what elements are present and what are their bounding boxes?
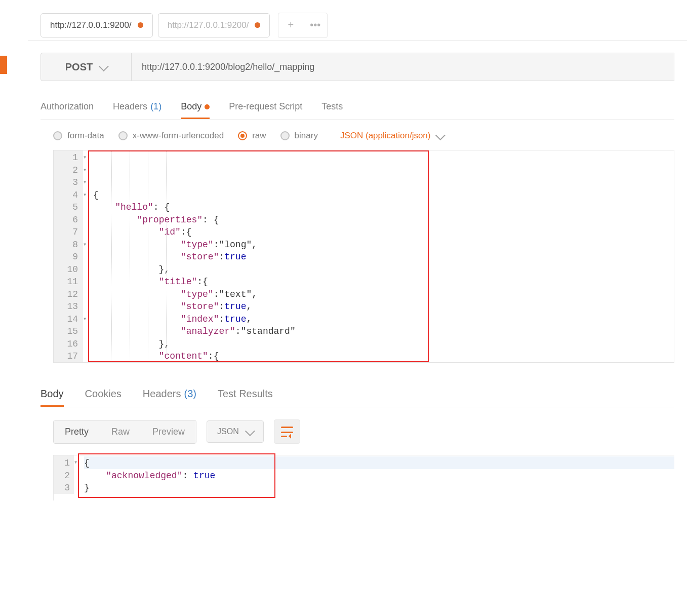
radio-label: binary bbox=[295, 131, 318, 141]
line-gutter: 123 bbox=[54, 455, 74, 494]
tab-request-2[interactable]: http://127.0.0.1:9200/ bbox=[158, 13, 270, 37]
resp-tab-tests[interactable]: Test Results bbox=[218, 388, 273, 407]
wrap-lines-button[interactable] bbox=[274, 419, 300, 444]
http-method-select[interactable]: POST bbox=[41, 53, 132, 81]
view-raw-button[interactable]: Raw bbox=[100, 420, 141, 443]
tab-label: Body bbox=[181, 101, 201, 112]
tab-label: Headers bbox=[143, 388, 181, 400]
view-pretty-button[interactable]: Pretty bbox=[54, 420, 100, 443]
radio-circle-icon bbox=[53, 131, 62, 140]
radio-label: raw bbox=[252, 131, 266, 141]
radio-raw[interactable]: raw bbox=[238, 131, 266, 141]
tab-prerequest[interactable]: Pre-request Script bbox=[229, 101, 302, 119]
tab-headers[interactable]: Headers (1) bbox=[113, 101, 161, 119]
tab-label: Body bbox=[41, 388, 64, 400]
view-mode-group: Pretty Raw Preview bbox=[53, 420, 196, 444]
radio-form-data[interactable]: form-data bbox=[53, 131, 104, 141]
response-format-select[interactable]: JSON bbox=[207, 420, 264, 443]
body-type-radios: form-data x-www-form-urlencoded raw bina… bbox=[53, 131, 674, 141]
tab-authorization[interactable]: Authorization bbox=[41, 101, 94, 119]
radio-label: form-data bbox=[67, 131, 104, 141]
response-controls: Pretty Raw Preview JSON bbox=[53, 419, 674, 444]
unsaved-dot-icon bbox=[255, 22, 260, 28]
tab-request-1[interactable]: http://127.0.0.1:9200/ bbox=[41, 13, 153, 37]
btn-label: Preview bbox=[152, 427, 185, 437]
tab-label: Test Results bbox=[218, 388, 273, 400]
url-input[interactable]: http://127.0.0.1:9200/blog2/hello/_mappi… bbox=[132, 53, 674, 81]
request-url-row: POST http://127.0.0.1:9200/blog2/hello/_… bbox=[41, 53, 674, 81]
request-body-editor[interactable]: 1234567891011121314151617 ▾▾▾▾▾▾ { "hell… bbox=[53, 150, 674, 363]
wrap-icon bbox=[281, 427, 293, 437]
request-subtabs: Authorization Headers (1) Body Pre-reque… bbox=[41, 96, 674, 120]
btn-label: Raw bbox=[111, 427, 130, 437]
tab-label: Authorization bbox=[41, 101, 94, 112]
content-type-select[interactable]: JSON (application/json) bbox=[340, 131, 444, 141]
tab-tests[interactable]: Tests bbox=[321, 101, 343, 119]
code-area[interactable]: { "hello": { "properties": { "id":{ "typ… bbox=[90, 150, 674, 362]
body-filled-dot-icon bbox=[205, 104, 210, 109]
tab-label: Headers bbox=[113, 101, 147, 112]
tab-label: http://127.0.0.1:9200/ bbox=[168, 20, 249, 30]
url-value: http://127.0.0.1:9200/blog2/hello/_mappi… bbox=[142, 62, 314, 72]
sidebar-accent bbox=[0, 56, 7, 74]
radio-circle-icon bbox=[280, 131, 290, 140]
tab-label: Cookies bbox=[85, 388, 122, 400]
resp-tab-headers[interactable]: Headers (3) bbox=[143, 388, 196, 407]
headers-count: (1) bbox=[150, 101, 161, 112]
code-area[interactable]: { "acknowledged": true} bbox=[81, 455, 674, 494]
resp-tab-cookies[interactable]: Cookies bbox=[85, 388, 122, 407]
tab-body[interactable]: Body bbox=[181, 101, 210, 119]
unsaved-dot-icon bbox=[138, 22, 143, 28]
fold-gutter: ▾▾▾▾▾▾ bbox=[83, 150, 90, 362]
fold-gutter: ▾ bbox=[74, 455, 81, 494]
headers-count: (3) bbox=[184, 388, 196, 400]
view-preview-button[interactable]: Preview bbox=[141, 420, 196, 443]
chevron-down-icon bbox=[99, 64, 107, 69]
tab-label: Tests bbox=[321, 101, 343, 112]
chevron-down-icon bbox=[245, 429, 253, 434]
tab-overflow-button[interactable]: ••• bbox=[303, 13, 327, 37]
radio-circle-icon bbox=[238, 131, 247, 140]
btn-label: Pretty bbox=[65, 427, 89, 437]
tab-label: Pre-request Script bbox=[229, 101, 302, 112]
radio-circle-icon bbox=[118, 131, 128, 140]
line-gutter: 1234567891011121314151617 bbox=[54, 150, 83, 362]
chevron-down-icon bbox=[435, 133, 443, 138]
request-tabs: http://127.0.0.1:9200/ http://127.0.0.1:… bbox=[28, 10, 687, 41]
new-tab-button[interactable]: + bbox=[278, 13, 303, 37]
response-body-editor[interactable]: 123 ▾ { "acknowledged": true} bbox=[53, 455, 674, 500]
format-label: JSON bbox=[217, 427, 239, 436]
response-tabs: Body Cookies Headers (3) Test Results bbox=[41, 382, 674, 407]
radio-x-www[interactable]: x-www-form-urlencoded bbox=[118, 131, 224, 141]
method-label: POST bbox=[65, 61, 93, 73]
resp-tab-body[interactable]: Body bbox=[41, 388, 64, 407]
radio-label: x-www-form-urlencoded bbox=[133, 131, 224, 141]
content-type-label: JSON (application/json) bbox=[340, 131, 431, 141]
radio-binary[interactable]: binary bbox=[280, 131, 318, 141]
tab-label: http://127.0.0.1:9200/ bbox=[50, 20, 132, 30]
